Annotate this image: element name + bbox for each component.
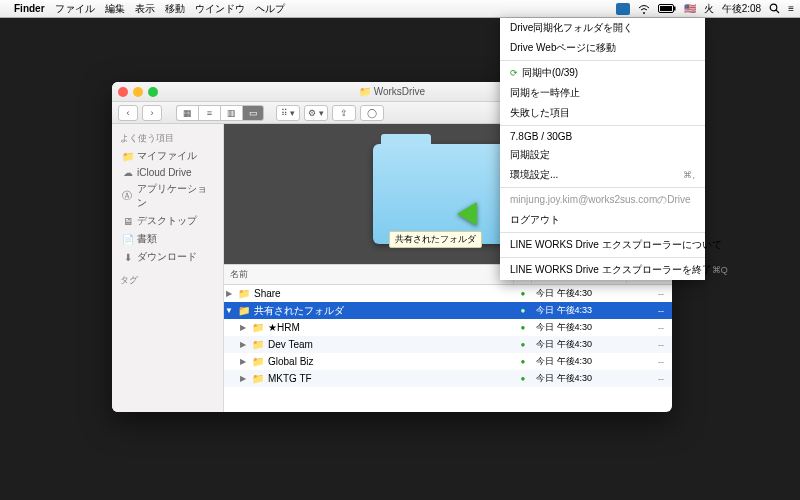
tags-button[interactable]: ◯ bbox=[360, 105, 384, 121]
drive-menu-quota: 7.8GB / 30GB bbox=[500, 128, 705, 145]
file-list: ▶📁Share●今日 午後4:30--▼📁共有されたフォルダ●今日 午後4:33… bbox=[224, 285, 672, 387]
table-row[interactable]: ▶📁★HRM●今日 午後4:30-- bbox=[224, 319, 672, 336]
sync-status-icon: ● bbox=[514, 289, 532, 298]
file-name: Dev Team bbox=[268, 339, 313, 350]
forward-button[interactable]: › bbox=[142, 105, 162, 121]
drive-menu-open-web[interactable]: Drive Webページに移動 bbox=[500, 38, 705, 58]
svg-line-4 bbox=[776, 10, 779, 13]
view-gallery-button[interactable]: ▭ bbox=[242, 105, 264, 121]
drive-menu-preferences[interactable]: 環境設定...⌘, bbox=[500, 165, 705, 185]
disclosure-triangle-icon[interactable]: ▶ bbox=[238, 323, 248, 332]
sidebar-item-label: マイファイル bbox=[137, 149, 197, 163]
close-button[interactable] bbox=[118, 87, 128, 97]
arrange-button[interactable]: ⠿ ▾ bbox=[276, 105, 300, 121]
disclosure-triangle-icon[interactable]: ▶ bbox=[224, 289, 234, 298]
table-row[interactable]: ▶📁Global Biz●今日 午後4:30-- bbox=[224, 353, 672, 370]
notification-center-icon[interactable]: ≡ bbox=[788, 3, 794, 14]
file-date: 今日 午後4:33 bbox=[532, 304, 627, 317]
cloud-icon: ☁ bbox=[122, 167, 133, 178]
drive-menu-quit[interactable]: LINE WORKS Drive エクスプローラーを終了⌘Q bbox=[500, 260, 705, 280]
separator bbox=[500, 187, 705, 188]
sidebar-item-label: アプリケーション bbox=[137, 182, 215, 210]
download-icon: ⬇ bbox=[122, 252, 133, 263]
share-arrow-icon bbox=[457, 202, 477, 226]
sync-status-icon: ● bbox=[514, 306, 532, 315]
svg-rect-2 bbox=[660, 6, 672, 11]
sidebar-item-3[interactable]: 🖥デスクトップ bbox=[112, 212, 223, 230]
menu-go[interactable]: 移動 bbox=[165, 2, 185, 16]
sidebar-item-label: 書類 bbox=[137, 232, 157, 246]
drive-menu-about[interactable]: LINE WORKS Drive エクスプローラーについて bbox=[500, 235, 705, 255]
sidebar-tags-header: タグ bbox=[112, 272, 223, 289]
file-size: -- bbox=[627, 374, 672, 384]
clock-day[interactable]: 火 bbox=[704, 2, 714, 16]
drive-menu-pause[interactable]: 同期を一時停止 bbox=[500, 83, 705, 103]
disclosure-triangle-icon[interactable]: ▶ bbox=[238, 374, 248, 383]
menu-edit[interactable]: 編集 bbox=[105, 2, 125, 16]
file-name: 共有されたフォルダ bbox=[254, 304, 344, 318]
sidebar-item-5[interactable]: ⬇ダウンロード bbox=[112, 248, 223, 266]
menubar: Finder ファイル 編集 表示 移動 ウインドウ ヘルプ 🇺🇸 火 午後2:… bbox=[0, 0, 800, 18]
minimize-button[interactable] bbox=[133, 87, 143, 97]
file-date: 今日 午後4:30 bbox=[532, 338, 627, 351]
file-name: Global Biz bbox=[268, 356, 314, 367]
view-list-button[interactable]: ≡ bbox=[198, 105, 220, 121]
file-date: 今日 午後4:30 bbox=[532, 287, 627, 300]
zoom-button[interactable] bbox=[148, 87, 158, 97]
input-menu-icon[interactable]: 🇺🇸 bbox=[684, 3, 696, 14]
app-menu[interactable]: Finder bbox=[14, 3, 45, 14]
file-name: MKTG TF bbox=[268, 373, 312, 384]
file-size: -- bbox=[627, 340, 672, 350]
app-icon: Ⓐ bbox=[122, 189, 133, 203]
folder-icon: 📁 bbox=[122, 151, 133, 162]
folder-icon: 📁 bbox=[252, 339, 264, 350]
sidebar-item-4[interactable]: 📄書類 bbox=[112, 230, 223, 248]
drive-menu-syncing: ⟳同期中(0/39) bbox=[500, 63, 705, 83]
drive-menu-failed[interactable]: 失敗した項目 bbox=[500, 103, 705, 123]
folder-icon: 📁 bbox=[238, 288, 250, 299]
drive-status-icon[interactable] bbox=[616, 3, 630, 15]
folder-icon: 📁 bbox=[238, 305, 250, 316]
folder-icon: 📁 bbox=[252, 373, 264, 384]
table-row[interactable]: ▶📁Share●今日 午後4:30-- bbox=[224, 285, 672, 302]
file-size: -- bbox=[627, 306, 672, 316]
folder-icon: 📁 bbox=[252, 356, 264, 367]
view-columns-button[interactable]: ▥ bbox=[220, 105, 242, 121]
menu-window[interactable]: ウインドウ bbox=[195, 2, 245, 16]
action-button[interactable]: ⚙ ▾ bbox=[304, 105, 328, 121]
disclosure-triangle-icon[interactable]: ▶ bbox=[238, 357, 248, 366]
menu-view[interactable]: 表示 bbox=[135, 2, 155, 16]
svg-point-3 bbox=[770, 4, 777, 11]
sidebar: よく使う項目 📁マイファイル☁iCloud DriveⒶアプリケーション🖥デスク… bbox=[112, 124, 224, 412]
table-row[interactable]: ▼📁共有されたフォルダ●今日 午後4:33-- bbox=[224, 302, 672, 319]
drive-menu-account: minjung.joy.kim@works2sus.comのDrive bbox=[500, 190, 705, 210]
drive-menu: Drive同期化フォルダを開く Drive Webページに移動 ⟳同期中(0/3… bbox=[500, 18, 705, 280]
file-name: Share bbox=[254, 288, 281, 299]
file-date: 今日 午後4:30 bbox=[532, 372, 627, 385]
sidebar-item-label: ダウンロード bbox=[137, 250, 197, 264]
share-button[interactable]: ⇪ bbox=[332, 105, 356, 121]
sidebar-item-2[interactable]: Ⓐアプリケーション bbox=[112, 180, 223, 212]
folder-icon: 📁 bbox=[359, 86, 371, 97]
sidebar-item-0[interactable]: 📁マイファイル bbox=[112, 147, 223, 165]
drive-menu-open-folder[interactable]: Drive同期化フォルダを開く bbox=[500, 18, 705, 38]
wifi-icon[interactable] bbox=[638, 4, 650, 14]
disclosure-triangle-icon[interactable]: ▶ bbox=[238, 340, 248, 349]
sidebar-item-1[interactable]: ☁iCloud Drive bbox=[112, 165, 223, 180]
menu-file[interactable]: ファイル bbox=[55, 2, 95, 16]
table-row[interactable]: ▶📁Dev Team●今日 午後4:30-- bbox=[224, 336, 672, 353]
column-name-header[interactable]: 名前 bbox=[224, 265, 514, 284]
table-row[interactable]: ▶📁MKTG TF●今日 午後4:30-- bbox=[224, 370, 672, 387]
back-button[interactable]: ‹ bbox=[118, 105, 138, 121]
disclosure-triangle-icon[interactable]: ▼ bbox=[224, 306, 234, 315]
drive-menu-sync-settings[interactable]: 同期設定 bbox=[500, 145, 705, 165]
clock-time[interactable]: 午後2:08 bbox=[722, 2, 761, 16]
spotlight-icon[interactable] bbox=[769, 3, 780, 14]
separator bbox=[500, 60, 705, 61]
drive-menu-logout[interactable]: ログアウト bbox=[500, 210, 705, 230]
view-icons-button[interactable]: ▦ bbox=[176, 105, 198, 121]
menu-help[interactable]: ヘルプ bbox=[255, 2, 285, 16]
view-switcher: ▦ ≡ ▥ ▭ bbox=[176, 105, 264, 121]
doc-icon: 📄 bbox=[122, 234, 133, 245]
battery-icon[interactable] bbox=[658, 4, 676, 13]
